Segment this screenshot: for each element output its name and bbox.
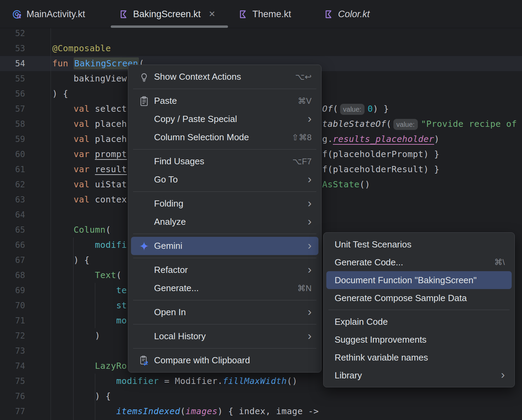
line-number[interactable]: 64 (0, 207, 25, 222)
parameter-hint-chip: value: (340, 104, 365, 115)
menu-item-label: Local History (154, 331, 302, 342)
line-number[interactable]: 63 (0, 192, 25, 207)
code-token: placeh (95, 119, 127, 129)
menu-item-compare-with-clipboard[interactable]: Compare with Clipboard (131, 351, 318, 369)
code-line: modifi (52, 237, 127, 253)
menu-item-gemini[interactable]: Gemini› (131, 237, 318, 255)
code-token: ) } (373, 104, 389, 114)
menu-item-label: Rethink variable names (335, 352, 505, 363)
line-number[interactable]: 65 (0, 222, 25, 237)
menu-item-explain-code[interactable]: Explain Code (326, 313, 512, 331)
menu-item-go-to[interactable]: Go To› (131, 170, 318, 189)
line-number[interactable]: 73 (0, 343, 25, 358)
menu-icon-spacer (139, 307, 149, 318)
code-line: val uiStat (52, 177, 127, 192)
menu-item-label: Suggest Improvements (335, 334, 505, 345)
code-token: ( (180, 406, 186, 416)
menu-item-refactor[interactable]: Refactor› (131, 261, 318, 279)
line-number[interactable]: 69 (0, 283, 25, 298)
line-number[interactable]: 56 (0, 86, 25, 101)
line-number[interactable]: 75 (0, 374, 25, 389)
code-token: ( (333, 104, 338, 114)
code-token: uiStat (95, 179, 127, 189)
menu-separator (328, 310, 510, 310)
menu-separator (133, 300, 316, 300)
menu-item-folding[interactable]: Folding› (131, 195, 318, 213)
menu-item-rethink-variable-names[interactable]: Rethink variable names (326, 349, 512, 366)
code-token: = Modifier. (159, 376, 223, 386)
code-token: val (74, 134, 95, 144)
menu-item-show-context-actions[interactable]: Show Context Actions⌥↩ (131, 68, 318, 86)
menu-separator (133, 234, 316, 234)
menu-item-label: Library (335, 370, 495, 381)
line-number[interactable]: 66 (0, 237, 25, 253)
menu-item-generate-compose-sample-data[interactable]: Generate Compose Sample Data (326, 289, 512, 307)
menu-item-generate[interactable]: Generate...⌘N (131, 279, 318, 297)
line-number[interactable]: 68 (0, 268, 25, 283)
submenu-chevron-icon: › (308, 311, 312, 313)
shortcut-hint: ⇧⌘8 (292, 133, 312, 142)
code-token: select (95, 104, 127, 114)
gemini-submenu: Unit Test ScenariosGenerate Code...⌘\Doc… (323, 232, 515, 387)
line-number[interactable]: 77 (0, 404, 25, 419)
line-number[interactable]: 67 (0, 253, 25, 268)
code-line: bakingView (52, 71, 127, 86)
tab-bakingscreen-kt[interactable]: BakingScreen.kt✕ (119, 0, 216, 28)
menu-item-analyze[interactable]: Analyze› (131, 213, 318, 231)
menu-item-label: Folding (154, 198, 302, 209)
code-token: ) { index, image -> (218, 406, 319, 416)
code-token: () (287, 376, 297, 386)
code-token: var (74, 164, 95, 174)
menu-item-label: Column Selection Mode (154, 132, 286, 143)
menu-item-unit-test-scenarios[interactable]: Unit Test Scenarios (326, 235, 512, 253)
kotlin-file-icon (119, 9, 129, 19)
line-number[interactable]: 74 (0, 358, 25, 374)
submenu-chevron-icon: › (308, 335, 312, 338)
tab-label: Color.kt (338, 9, 370, 20)
code-token: ) (434, 134, 440, 144)
menu-item-local-history[interactable]: Local History› (131, 327, 318, 345)
code-token: f(placeholderPrompt) } (322, 149, 439, 159)
line-number[interactable]: 54 (0, 56, 25, 71)
tab-mainactivity-kt[interactable]: MainActivity.kt (12, 0, 85, 28)
tab-close-icon[interactable]: ✕ (209, 10, 216, 18)
menu-icon-spacer (139, 283, 149, 294)
menu-item-document-function-bakingscreen[interactable]: Document Function "BakingScreen" (326, 271, 512, 289)
menu-item-copy-paste-special[interactable]: Copy / Paste Special› (131, 110, 318, 128)
code-token: AsState (322, 179, 360, 189)
menu-item-label: Find Usages (154, 156, 286, 167)
code-token: results_placeholder (333, 134, 434, 144)
menu-item-open-in[interactable]: Open In› (131, 303, 318, 321)
line-number[interactable]: 72 (0, 328, 25, 343)
line-number[interactable]: 62 (0, 177, 25, 192)
tab-color-kt[interactable]: Color.kt (324, 0, 370, 28)
android-studio-window: MainActivity.ktBakingScreen.kt✕Theme.ktC… (0, 0, 522, 420)
menu-item-suggest-improvements[interactable]: Suggest Improvements (326, 331, 512, 349)
menu-item-paste[interactable]: Paste⌘V (131, 92, 318, 110)
line-number[interactable]: 57 (0, 101, 25, 117)
menu-item-column-selection-mode[interactable]: Column Selection Mode⇧⌘8 (131, 128, 318, 146)
line-number[interactable]: 53 (0, 41, 25, 56)
menu-item-find-usages[interactable]: Find Usages⌥F7 (131, 152, 318, 170)
code-token: var (74, 149, 95, 159)
line-number[interactable]: 61 (0, 162, 25, 177)
line-number[interactable]: 58 (0, 117, 25, 132)
line-number[interactable]: 59 (0, 132, 25, 147)
code-line: ) (52, 328, 100, 343)
tab-theme-kt[interactable]: Theme.kt (238, 0, 291, 28)
code-line: modifier = Modifier.fillMaxWidth() (52, 374, 297, 389)
menu-item-library[interactable]: Library› (326, 366, 512, 384)
code-token: val (74, 119, 95, 129)
code-line-right-fragment: AsState() (322, 177, 370, 192)
activity-kotlin-icon (12, 9, 22, 19)
line-number[interactable]: 76 (0, 389, 25, 404)
menu-item-label: Refactor (154, 265, 302, 275)
code-token: prompt (95, 149, 127, 159)
line-number[interactable]: 60 (0, 147, 25, 162)
menu-item-generate-code[interactable]: Generate Code...⌘\ (326, 253, 512, 271)
menu-separator (133, 89, 316, 89)
line-number[interactable]: 55 (0, 71, 25, 86)
line-number[interactable]: 70 (0, 298, 25, 313)
code-token: itemsIndexed (116, 406, 180, 416)
line-number[interactable]: 71 (0, 313, 25, 328)
